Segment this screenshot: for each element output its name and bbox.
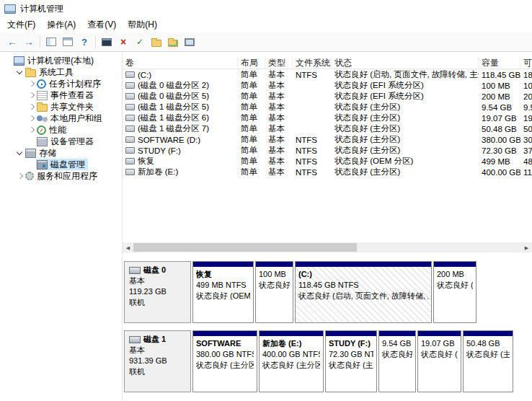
tree-item-storage[interactable]: 存储 (0, 147, 122, 159)
delete-icon: × (120, 36, 126, 48)
partition-block[interactable]: 恢复499 MB NTFS状态良好 (OEM 分区) (192, 261, 254, 323)
volume-row[interactable]: SOFTWARE (D:)简单基本NTFS状态良好 (主分区)380.00 GB… (123, 134, 532, 145)
toolbar-help-button[interactable]: ? (76, 34, 92, 50)
toolbar-console-button[interactable] (99, 34, 115, 50)
tree-item-label: 性能 (49, 124, 66, 136)
volume-row[interactable]: 新加卷 (E:)简单基本NTFS状态良好 (主分区)400.00 GB11 (123, 167, 532, 177)
toolbar-display-button[interactable] (182, 34, 198, 50)
chevron-right-icon[interactable] (14, 171, 25, 181)
volume-row[interactable]: (磁盘 1 磁盘分区 5)简单基本状态良好 (主分区)9.54 GB9.5 (123, 102, 532, 113)
partition-block[interactable]: 新加卷 (E:)400.00 GB NTFS状态良好 (主分区) (259, 330, 324, 392)
tree-item-system-tools[interactable]: 系统工具 (0, 66, 122, 78)
toolbar-delete-button[interactable]: × (115, 34, 131, 50)
menu-view[interactable]: 查看(V) (81, 17, 122, 32)
partition-block[interactable]: 200 MB状态良好 (EFI 系统分区) (433, 261, 476, 323)
tree-item-performance[interactable]: 性能 (0, 124, 122, 136)
tree-item-device-manager[interactable]: 设备管理器 (0, 136, 122, 147)
partition-block[interactable]: (C:)118.45 GB NTFS状态良好 (启动, 页面文件, 故障转储, … (295, 261, 432, 323)
menu-action[interactable]: 操作(A) (41, 17, 81, 32)
tree-item-services-apps[interactable]: 服务和应用程序 (0, 170, 122, 182)
partition-block[interactable]: SOFTWARE380.00 GB NTFS状态良好 (主分区) (192, 330, 257, 392)
volume-row[interactable]: (磁盘 1 磁盘分区 7)简单基本状态良好 (主分区)50.48 GB50 (123, 123, 532, 134)
details-pane: 卷布局类型文件系统状态容量可 (C:)简单基本NTFS状态良好 (启动, 页面文… (123, 52, 532, 401)
column-header-5[interactable]: 容量 (479, 56, 520, 69)
tree-item-label: 计算机管理(本地) (27, 55, 94, 67)
volume-name: (磁盘 1 磁盘分区 5) (138, 102, 209, 113)
partition-color-strip (434, 262, 476, 267)
volume-row[interactable]: STUDY (F:)简单基本NTFS状态良好 (主分区)72.30 GB37 (123, 145, 532, 156)
scroll-right-button[interactable]: ▶ (521, 242, 532, 252)
help-icon: ? (81, 37, 87, 48)
disk-label[interactable]: 磁盘 0基本119.23 GB联机 (124, 261, 191, 323)
chevron-down-icon[interactable] (14, 148, 25, 158)
partition-block[interactable]: 19.07 GB状态良好 (主分区) (417, 330, 461, 392)
perf-icon (37, 125, 46, 135)
column-header-2[interactable]: 类型 (265, 56, 293, 69)
scrollbar-thumb[interactable] (133, 243, 357, 252)
partition-block[interactable]: STUDY (F:)72.30 GB NTFS状态良好 (主分区) (325, 330, 377, 392)
partition-color-strip (464, 331, 513, 336)
partition-body: SOFTWARE380.00 GB NTFS状态良好 (主分区) (193, 336, 257, 392)
partition-status: 状态良好 (259, 280, 290, 291)
disk-icon (37, 160, 48, 169)
partition-name: (C:) (298, 269, 428, 280)
properties-window-icon (63, 38, 73, 46)
volume-cell-3: NTFS (293, 136, 332, 144)
column-header-0[interactable]: 卷 (123, 56, 238, 69)
tree-item-event-viewer[interactable]: 事件查看器 (0, 89, 122, 101)
disk-type: 基本 (129, 345, 186, 356)
chevron-right-icon[interactable] (26, 125, 36, 135)
column-header-1[interactable]: 布局 (238, 56, 265, 69)
partition-block[interactable]: 100 MB状态良好 (255, 261, 293, 323)
toolbar-mark-active-button[interactable]: ✓ (132, 34, 148, 50)
toolbar-back-button[interactable]: ← (4, 34, 20, 50)
partition-status: 状态良好 (382, 349, 412, 360)
chevron-right-icon[interactable] (26, 79, 36, 89)
scroll-left-button[interactable]: ◀ (123, 242, 133, 252)
volume-row[interactable]: (C:)简单基本NTFS状态良好 (启动, 页面文件, 故障转储, 主分区)11… (123, 69, 532, 80)
partition-block[interactable]: 50.48 GB状态良好 (主分区) (463, 330, 513, 392)
tree-item-disk-management[interactable]: 磁盘管理 (0, 159, 122, 170)
disk-label[interactable]: 磁盘 1基本931.39 GB联机 (124, 330, 191, 392)
partition-size: 72.30 GB NTFS (329, 349, 373, 360)
toolbar-forward-button[interactable]: → (21, 34, 37, 50)
toolbar: ←→?×✓ (0, 32, 532, 52)
volume-cell-0: (磁盘 1 磁盘分区 6) (123, 113, 238, 123)
volume-cell-2: 基本 (265, 156, 293, 167)
menu-file[interactable]: 文件(F) (1, 17, 41, 32)
volume-cell-0: 新加卷 (E:) (123, 167, 238, 177)
scrollbar-track[interactable] (133, 242, 521, 252)
volume-cell-2: 基本 (265, 80, 293, 91)
volume-name: (磁盘 0 磁盘分区 2) (138, 80, 209, 91)
tree-item-shared-folders[interactable]: 共享文件夹 (0, 101, 122, 113)
chevron-down-icon[interactable] (14, 67, 25, 77)
volume-row[interactable]: (磁盘 1 磁盘分区 6)简单基本状态良好 (主分区)19.07 GB19 (123, 113, 532, 123)
column-header-6[interactable]: 可 (520, 56, 532, 69)
volume-row[interactable]: 恢复简单基本NTFS状态良好 (OEM 分区)499 MB48 (123, 156, 532, 167)
toolbar-properties-button[interactable] (60, 34, 76, 50)
chevron-right-icon[interactable] (26, 90, 36, 100)
horizontal-scrollbar[interactable]: ◀ ▶ (123, 242, 532, 252)
volume-row[interactable]: (磁盘 0 磁盘分区 5)简单基本状态良好 (EFI 系统分区)200 MB20 (123, 91, 532, 102)
menu-help[interactable]: 帮助(H) (122, 17, 163, 32)
toolbar-explore-folder-button[interactable] (165, 34, 181, 50)
column-header-4[interactable]: 状态 (332, 56, 479, 69)
tree-item-computer-management[interactable]: 计算机管理(本地) (0, 55, 122, 66)
partition-block[interactable]: 9.54 GB状态良好 (378, 330, 416, 392)
tree-item-local-users-groups[interactable]: 本地用户和组 (0, 113, 122, 124)
menu-bar: 文件(F)操作(A)查看(V)帮助(H) (0, 17, 532, 32)
disk-state: 联机 (129, 366, 186, 377)
volume-row[interactable]: (磁盘 0 磁盘分区 2)简单基本状态良好 (EFI 系统分区)100 MB10 (123, 80, 532, 91)
column-header-3[interactable]: 文件系统 (293, 56, 332, 69)
disk-row-0: 磁盘 0基本119.23 GB联机恢复499 MB NTFS状态良好 (OEM … (124, 261, 532, 323)
tree-item-task-scheduler[interactable]: 任务计划程序 (0, 78, 122, 89)
tree-node: 性能 (36, 124, 69, 136)
toolbar-open-folder-button[interactable] (148, 34, 164, 50)
toolbar-show-console-tree-button[interactable] (43, 34, 59, 50)
volume-cell-5: 9.54 GB (479, 103, 520, 112)
chevron-right-icon[interactable] (26, 113, 36, 123)
volume-icon (125, 158, 135, 164)
partition-status: 状态良好 (主分区) (329, 360, 373, 371)
volume-cell-5: 72.30 GB (479, 146, 520, 155)
chevron-right-icon[interactable] (26, 102, 36, 112)
